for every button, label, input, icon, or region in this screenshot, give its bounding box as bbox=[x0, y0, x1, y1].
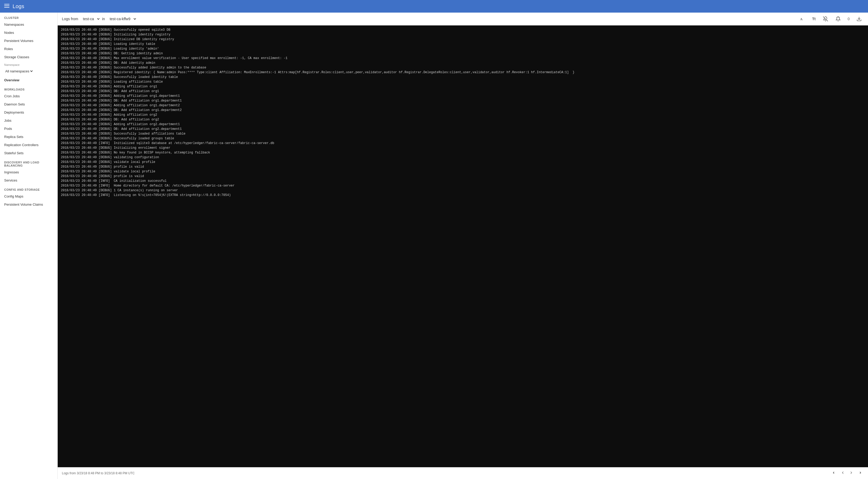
prev-page-button[interactable] bbox=[839, 470, 847, 477]
logs-footer: Logs from 3/23/18 8:48 PM to 3/23/18 8:4… bbox=[58, 467, 868, 479]
logs-pod-selector[interactable]: test-ca bbox=[80, 16, 100, 22]
sidebar-item-replication-controllers[interactable]: Replication Controllers bbox=[0, 141, 57, 149]
notifications-button[interactable] bbox=[833, 15, 843, 23]
logs-from-selector: Logs from test-ca in test-ca-kffw9 bbox=[62, 16, 137, 22]
sidebar-item-daemon-sets[interactable]: Daemon Sets bbox=[0, 100, 57, 108]
sidebar-item-pvc[interactable]: Persistent Volume Claims bbox=[0, 201, 57, 209]
sidebar-item-storage-classes[interactable]: Storage Classes bbox=[0, 53, 57, 61]
next-page-button[interactable] bbox=[847, 470, 856, 477]
sidebar-item-roles[interactable]: Roles bbox=[0, 45, 57, 53]
sidebar-item-stateful-sets[interactable]: Stateful Sets bbox=[0, 149, 57, 157]
sidebar-item-config-maps[interactable]: Config Maps bbox=[0, 192, 57, 201]
cluster-section-header: Cluster bbox=[0, 12, 57, 21]
sidebar-item-nodes[interactable]: Nodes bbox=[0, 29, 57, 37]
sidebar-item-services[interactable]: Services bbox=[0, 176, 57, 184]
font-size-button[interactable]: A bbox=[798, 15, 807, 23]
logs-container-selector[interactable]: test-ca-kffw9 bbox=[106, 16, 137, 22]
svg-line-4 bbox=[823, 17, 828, 21]
logs-range-text: Logs from 3/23/18 8:48 PM to 3/23/18 8:4… bbox=[62, 471, 134, 475]
discovery-section-header: Discovery and Load Balancing bbox=[0, 157, 57, 168]
notifications-off-button[interactable] bbox=[821, 15, 830, 23]
sidebar: Cluster Namespaces Nodes Persistent Volu… bbox=[0, 12, 58, 479]
sidebar-item-ingresses[interactable]: Ingresses bbox=[0, 168, 57, 176]
svg-rect-1 bbox=[4, 5, 9, 6]
namespace-selector[interactable]: All namespaces bbox=[0, 67, 57, 76]
topbar: Logs bbox=[0, 0, 868, 12]
config-section-header: Config and Storage bbox=[0, 184, 57, 192]
sidebar-item-replica-sets[interactable]: Replica Sets bbox=[0, 133, 57, 141]
sidebar-item-persistent-volumes[interactable]: Persistent Volumes bbox=[0, 37, 57, 45]
logs-from-label: Logs from bbox=[62, 17, 78, 21]
log-count: 0 bbox=[846, 17, 851, 21]
logs-toolbar: Logs from test-ca in test-ca-kffw9 A Tt bbox=[58, 12, 868, 25]
svg-rect-2 bbox=[4, 7, 9, 8]
svg-rect-0 bbox=[4, 4, 9, 4]
sidebar-item-deployments[interactable]: Deployments bbox=[0, 108, 57, 117]
svg-text:A: A bbox=[800, 17, 803, 21]
text-wrap-button[interactable]: Tt bbox=[810, 16, 818, 22]
last-page-button[interactable] bbox=[856, 470, 864, 477]
page-title: Logs bbox=[12, 3, 24, 9]
sidebar-item-overview[interactable]: Overview bbox=[0, 76, 57, 84]
sidebar-item-pods[interactable]: Pods bbox=[0, 125, 57, 133]
in-label: in bbox=[102, 17, 105, 21]
first-page-button[interactable] bbox=[830, 470, 839, 477]
log-output[interactable]: 2018/03/23 20:48:49 [DEBUG] Successfully… bbox=[58, 25, 868, 467]
sidebar-item-cron-jobs[interactable]: Cron Jobs bbox=[0, 92, 57, 100]
workloads-section-header: Workloads bbox=[0, 84, 57, 92]
sidebar-item-jobs[interactable]: Jobs bbox=[0, 117, 57, 125]
hamburger-icon[interactable] bbox=[4, 3, 9, 10]
sidebar-item-namespaces[interactable]: Namespaces bbox=[0, 21, 57, 29]
namespace-dropdown[interactable]: All namespaces bbox=[4, 69, 34, 73]
namespace-label: Namespace bbox=[0, 61, 57, 67]
content-area: Logs from test-ca in test-ca-kffw9 A Tt bbox=[58, 12, 868, 479]
download-button[interactable] bbox=[855, 15, 864, 23]
